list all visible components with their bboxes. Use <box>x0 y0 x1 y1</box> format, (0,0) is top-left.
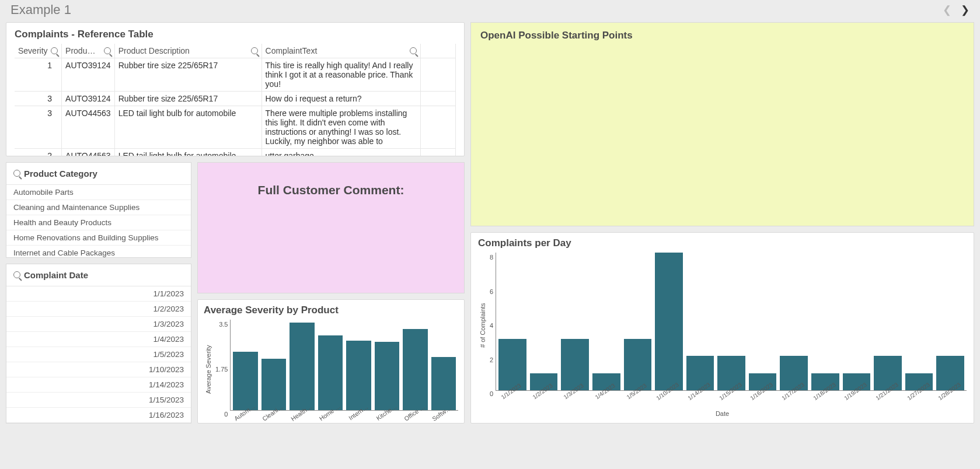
table-row[interactable]: 1AUTO39124Rubber tire size 225/65R17This… <box>15 58 456 92</box>
story-nav: ❮ ❯ <box>939 4 973 16</box>
list-item[interactable]: 1/14/2023 <box>6 377 191 393</box>
list-item[interactable]: Internet and Cable Packages <box>6 246 191 257</box>
y-axis-label: # of Complaints <box>478 253 487 398</box>
list-item[interactable]: 1/1/2023 <box>6 286 191 302</box>
next-story-icon[interactable]: ❯ <box>957 4 973 16</box>
list-item[interactable]: Automobile Parts <box>6 185 191 200</box>
list-item[interactable]: 1/15/2023 <box>6 393 191 408</box>
list-item[interactable]: 1/5/2023 <box>6 347 191 362</box>
reference-table-title: Complaints - Reference Table <box>15 29 456 40</box>
list-item[interactable]: 1/4/2023 <box>6 332 191 347</box>
product-category-filter[interactable]: Product Category Automobile PartsCleanin… <box>6 162 191 258</box>
search-icon[interactable] <box>51 47 58 56</box>
list-item[interactable]: 1/16/2023 <box>6 408 191 423</box>
col-product-id[interactable]: Produ… <box>62 44 115 58</box>
bar[interactable] <box>233 352 257 410</box>
list-item[interactable]: 1/2/2023 <box>6 302 191 317</box>
bar[interactable] <box>290 323 314 411</box>
table-row[interactable]: 2AUTO44563LED tail light bulb for automo… <box>15 149 456 157</box>
search-icon[interactable] <box>251 47 258 56</box>
cpd-xlabel: Date <box>478 410 967 417</box>
bar[interactable] <box>403 329 427 411</box>
bar[interactable] <box>261 359 286 411</box>
search-icon[interactable] <box>13 169 20 178</box>
y-axis-label: Average Severity <box>204 320 213 419</box>
list-item[interactable]: Home Renovations and Building Supplies <box>6 230 191 246</box>
complaints-per-day-card: Complaints per Day # of Complaints 86420… <box>470 232 974 424</box>
table-row[interactable]: 3AUTO39124Rubber tire size 225/65R17How … <box>15 92 456 106</box>
reference-table-card: Complaints - Reference Table Severity Pr… <box>6 22 465 156</box>
cpd-title: Complaints per Day <box>478 237 967 249</box>
avg-severity-chart-card: Average Severity by Product Average Seve… <box>197 299 465 424</box>
bar[interactable] <box>346 341 371 411</box>
complaint-date-filter[interactable]: Complaint Date 1/1/20231/2/20231/3/20231… <box>6 264 191 424</box>
table-row[interactable]: 3AUTO44563LED tail light bulb for automo… <box>15 106 456 149</box>
col-blank <box>420 44 455 58</box>
col-severity[interactable]: Severity <box>15 44 62 58</box>
openai-panel: OpenAI Possible Starting Points <box>470 22 974 226</box>
filter-title: Product Category <box>24 169 97 178</box>
bar[interactable] <box>655 253 683 390</box>
list-item[interactable]: Health and Beauty Products <box>6 215 191 230</box>
bar[interactable] <box>375 342 399 410</box>
list-item[interactable]: Cleaning and Maintenance Supplies <box>6 200 191 215</box>
table-header-row: Severity Produ… Product Description Comp… <box>15 44 456 58</box>
search-icon[interactable] <box>104 47 111 56</box>
col-product-desc[interactable]: Product Description <box>114 44 261 58</box>
search-icon[interactable] <box>13 270 20 280</box>
prev-story-icon[interactable]: ❮ <box>939 4 955 16</box>
full-comment-panel: Full Customer Comment: <box>197 162 465 293</box>
col-complaint-text[interactable]: ComplaintText <box>261 44 420 58</box>
bar[interactable] <box>431 357 456 410</box>
reference-table[interactable]: Severity Produ… Product Description Comp… <box>15 44 456 156</box>
list-item[interactable]: 1/10/2023 <box>6 362 191 377</box>
full-comment-title: Full Customer Comment: <box>258 183 404 293</box>
openai-title: OpenAI Possible Starting Points <box>480 30 964 41</box>
bar[interactable] <box>318 335 343 410</box>
filter-title: Complaint Date <box>24 270 88 280</box>
avg-severity-title: Average Severity by Product <box>204 304 458 316</box>
search-icon[interactable] <box>410 47 417 56</box>
page-title: Example 1 <box>11 2 939 18</box>
list-item[interactable]: 1/3/2023 <box>6 317 191 332</box>
